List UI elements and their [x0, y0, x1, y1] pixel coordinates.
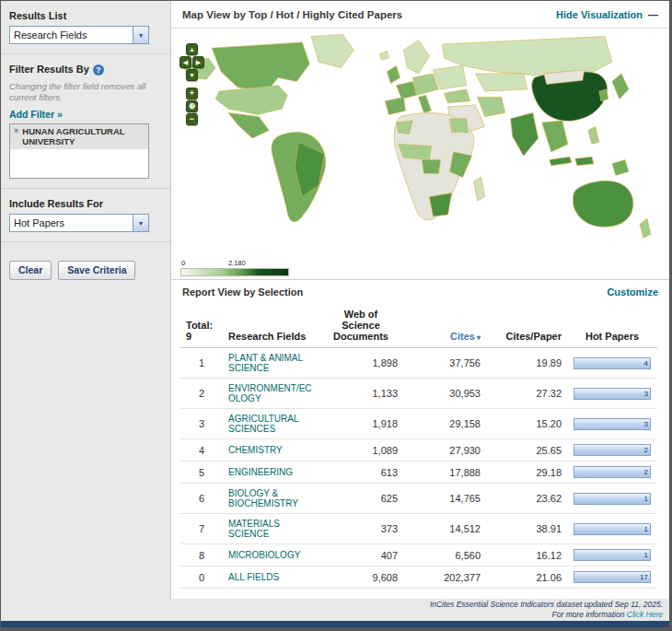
region-japan[interactable] [612, 74, 629, 99]
results-list-select[interactable]: Research Fields ▾ [9, 26, 149, 44]
include-results-select[interactable]: Hot Papers ▾ [9, 214, 149, 232]
hot-papers-bar[interactable]: 1 [574, 523, 651, 535]
region-greenland[interactable] [311, 34, 353, 67]
cites-per-paper-value: 16.12 [486, 544, 567, 567]
hot-papers-bar[interactable]: 4 [574, 357, 651, 369]
world-map[interactable] [171, 29, 669, 279]
clear-button[interactable]: Clear [9, 261, 52, 280]
row-rank: 5 [180, 462, 223, 484]
pan-left-button[interactable]: ◀ [180, 56, 191, 68]
research-field-link[interactable]: CHEMISTRY [228, 445, 313, 455]
research-field-link[interactable]: PLANT & ANIMAL SCIENCE [228, 353, 313, 373]
research-field-link[interactable]: BIOLOGY & BIOCHEMISTRY [228, 488, 313, 508]
map-controls: ▲ ◀ ▶ ▼ + ⊕ − [180, 43, 204, 125]
table-row: 7 MATERIALS SCIENCE 373 14,512 38.91 1 [180, 514, 657, 544]
region-indonesia-east[interactable] [575, 157, 594, 166]
chevron-down-icon[interactable]: ▾ [133, 27, 148, 43]
region-nigeria[interactable] [423, 159, 441, 173]
click-here-link[interactable]: Click Here [627, 610, 663, 619]
cites-per-paper-value: 19.89 [486, 348, 567, 379]
region-australia[interactable] [573, 181, 632, 227]
pan-down-button[interactable]: ▼ [186, 69, 198, 81]
zoom-out-button[interactable]: − [186, 113, 198, 125]
results-table: Total: 9 Research Fields Web of Science … [180, 305, 657, 589]
hot-papers-bar[interactable]: 3 [574, 388, 651, 400]
report-header: Report View by Selection Customize [171, 279, 669, 303]
cites-value: 37,756 [403, 348, 486, 379]
region-russia[interactable] [443, 37, 612, 78]
hot-papers-bar[interactable]: 17 [574, 571, 651, 583]
region-south-africa[interactable] [430, 193, 452, 217]
pan-right-button[interactable]: ▶ [192, 56, 204, 68]
column-header-cites-per-paper[interactable]: Cites/Paper [486, 305, 567, 348]
hide-visualization-text: Hide Visualization [556, 9, 643, 20]
region-canada[interactable] [212, 42, 309, 91]
hot-papers-count: 1 [644, 551, 648, 559]
hot-papers-bar[interactable]: 2 [574, 444, 651, 456]
column-header-research-fields[interactable]: Research Fields [223, 305, 319, 348]
region-france[interactable] [396, 81, 416, 99]
row-rank: 8 [180, 544, 223, 567]
globe-extent-button[interactable]: ⊕ [186, 100, 198, 112]
research-field-link[interactable]: AGRICULTURAL SCIENCES [228, 414, 313, 434]
docs-value: 373 [319, 514, 403, 544]
hot-papers-bar[interactable]: 1 [574, 493, 651, 505]
remove-filter-icon[interactable]: × [14, 126, 18, 146]
region-kazakhstan[interactable] [476, 74, 527, 91]
region-italy[interactable] [418, 95, 431, 112]
research-field-link[interactable]: ALL FIELDS [228, 572, 313, 582]
pan-up-button[interactable]: ▲ [186, 43, 198, 55]
region-egypt[interactable] [450, 119, 469, 133]
research-field-link[interactable]: MATERIALS SCIENCE [228, 519, 313, 539]
research-field-link[interactable]: ENVIRONMENT/ECOLOGY [228, 383, 313, 403]
hot-papers-bar[interactable]: 3 [574, 418, 651, 430]
hot-papers-count: 4 [644, 359, 648, 368]
hot-papers-count: 2 [644, 446, 648, 454]
cites-sort-link[interactable]: Cites [450, 331, 475, 342]
hot-papers-count: 17 [640, 573, 648, 581]
chevron-down-icon[interactable]: ▾ [133, 215, 148, 231]
table-row: 1 PLANT & ANIMAL SCIENCE 1,898 37,756 19… [180, 348, 657, 379]
hot-papers-bar[interactable]: 1 [574, 549, 651, 561]
region-iberia[interactable] [385, 97, 405, 114]
column-header-documents[interactable]: Web of Science Documents [319, 305, 403, 348]
region-usa[interactable] [215, 86, 287, 115]
add-filter-link[interactable]: Add Filter » [9, 109, 63, 120]
hot-papers-bar[interactable]: 2 [574, 466, 651, 478]
region-madagascar[interactable] [474, 178, 485, 202]
region-philippines[interactable] [588, 126, 599, 144]
column-header-cites[interactable]: Cites▾ [403, 305, 486, 348]
region-new-guinea[interactable] [612, 159, 629, 175]
docs-value: 625 [319, 484, 403, 514]
save-criteria-button[interactable]: Save Criteria [58, 261, 135, 280]
region-new-zealand[interactable] [640, 218, 651, 238]
region-korea[interactable] [599, 89, 608, 101]
region-iran[interactable] [478, 97, 505, 116]
region-central-europe[interactable] [412, 74, 438, 95]
map-view-title: Map View by Top / Hot / Highly Cited Pap… [182, 9, 402, 20]
include-results-label: Include Results For [9, 198, 162, 209]
filter-tag-item[interactable]: × HUNAN AGRICULTURAL UNIVERSITY [10, 124, 148, 149]
customize-link[interactable]: Customize [607, 286, 658, 298]
table-row: 6 BIOLOGY & BIOCHEMISTRY 625 14,765 23.6… [180, 484, 657, 514]
zoom-in-button[interactable]: + [186, 88, 198, 99]
filter-by-text: Filter Results By [9, 64, 89, 75]
region-scandinavia[interactable] [403, 41, 429, 74]
region-eastern-europe[interactable] [434, 65, 467, 89]
row-rank: 1 [180, 348, 223, 379]
region-indonesia-west[interactable] [550, 157, 572, 166]
more-info-text: For more information Click Here [552, 610, 663, 620]
region-iceland[interactable] [379, 51, 388, 60]
region-uk[interactable] [387, 65, 400, 83]
sidebar-divider [1, 241, 170, 242]
column-header-hot-papers[interactable]: Hot Papers [567, 305, 657, 348]
region-southeast-asia[interactable] [542, 121, 568, 152]
research-field-link[interactable]: MICROBIOLOGY [228, 550, 313, 560]
hide-visualization-link[interactable]: Hide Visualization— [556, 9, 658, 20]
region-turkey[interactable] [445, 89, 470, 103]
research-field-link[interactable]: ENGINEERING [228, 467, 313, 477]
help-icon[interactable]: ? [93, 64, 104, 76]
region-mexico[interactable] [228, 112, 269, 138]
row-rank: 2 [180, 379, 223, 409]
region-india[interactable] [511, 112, 539, 156]
